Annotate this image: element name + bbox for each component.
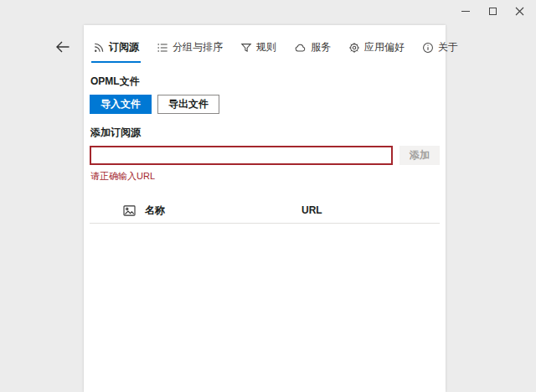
feed-url-input[interactable]: [90, 146, 393, 165]
cloud-icon: [294, 42, 307, 54]
maximize-icon: [489, 8, 497, 15]
minimize-icon: [461, 11, 470, 12]
add-feed-row: 添加: [90, 146, 440, 165]
name-column-header[interactable]: 名称: [145, 204, 302, 218]
window-controls: [452, 0, 533, 22]
tab-label: 订阅源: [109, 40, 139, 54]
tab-label: 应用偏好: [364, 40, 405, 54]
minimize-button[interactable]: [452, 0, 479, 22]
info-icon: [422, 42, 434, 54]
tab-label: 关于: [438, 40, 458, 54]
gear-icon: [348, 42, 360, 54]
left-arrow-icon: [55, 41, 70, 53]
url-error-message: 请正确输入URL: [90, 170, 440, 183]
opml-section-label: OPML文件: [90, 75, 440, 89]
rss-icon: [93, 42, 105, 54]
tab-services[interactable]: 服务: [291, 34, 334, 63]
image-icon: [123, 205, 137, 216]
settings-tab-bar: 订阅源 分组与排序 规则: [90, 34, 440, 63]
tab-label: 服务: [311, 40, 331, 54]
list-icon: [157, 42, 168, 54]
tab-groups-sorting[interactable]: 分组与排序: [153, 34, 226, 63]
filter-icon: [240, 42, 252, 54]
add-feed-button[interactable]: 添加: [399, 146, 440, 165]
back-button[interactable]: [54, 39, 70, 54]
settings-panel: 订阅源 分组与排序 规则: [84, 25, 446, 392]
url-column-header[interactable]: URL: [302, 204, 440, 216]
tab-feeds[interactable]: 订阅源: [90, 34, 142, 63]
table-header-divider: [90, 223, 440, 224]
opml-buttons: 导入文件 导出文件: [90, 95, 440, 114]
close-button[interactable]: [506, 0, 533, 22]
tab-preferences[interactable]: 应用偏好: [345, 34, 408, 63]
export-file-button[interactable]: 导出文件: [157, 95, 219, 114]
maximize-button[interactable]: [479, 0, 506, 22]
tab-about[interactable]: 关于: [419, 34, 461, 63]
tab-rules[interactable]: 规则: [237, 34, 280, 63]
add-feed-section-label: 添加订阅源: [90, 126, 440, 140]
tab-label: 分组与排序: [173, 40, 223, 54]
feed-table-header: 名称 URL: [90, 202, 440, 219]
import-file-button[interactable]: 导入文件: [90, 95, 152, 114]
close-icon: [515, 7, 524, 16]
tab-label: 规则: [256, 40, 276, 54]
